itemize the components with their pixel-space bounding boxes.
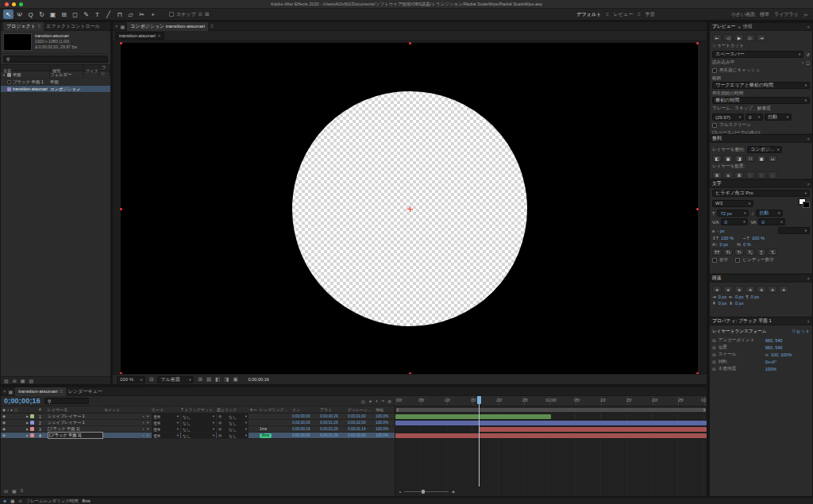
stopwatch-icon[interactable]: ⊙: [712, 367, 716, 371]
align-target-select[interactable]: コンポジ... ▾: [747, 146, 782, 153]
out-value[interactable]: 0;00;01;29: [320, 433, 347, 437]
camera-view-icon[interactable]: ▣: [233, 376, 237, 383]
track-row-4[interactable]: [395, 433, 707, 439]
region-of-interest-icon[interactable]: ◧: [215, 376, 220, 383]
expand-layer-switches-icon[interactable]: ⊟: [4, 488, 8, 494]
ligatures-checkbox[interactable]: [712, 258, 717, 263]
vertical-scale-value[interactable]: 100 %: [721, 236, 734, 240]
scale-value[interactable]: 100, 100%: [771, 352, 792, 357]
composition-viewer[interactable]: [113, 41, 707, 374]
in-value[interactable]: 0;00;00;00: [292, 414, 319, 418]
anchor-point-value[interactable]: 960, 540: [765, 338, 783, 343]
align-text-center-button[interactable]: ≡: [723, 286, 733, 293]
layer-chip-0[interactable]: [30, 414, 34, 418]
reset-icon[interactable]: ↺: [806, 52, 810, 57]
close-window-icon[interactable]: [5, 2, 9, 6]
play-button[interactable]: ▶: [734, 34, 744, 41]
strikethrough-toggle[interactable]: T̶: [768, 248, 777, 256]
motion-blur-icon[interactable]: ⊘: [387, 398, 391, 404]
track-bar-3[interactable]: [395, 433, 707, 438]
parent-select[interactable]: ◎なし▾: [217, 414, 249, 419]
duration-value[interactable]: 0;00;02;00: [348, 433, 375, 437]
layer-handle[interactable]: [120, 208, 122, 210]
shape-tool[interactable]: ◻: [70, 10, 80, 19]
puppet-pin-tool[interactable]: +: [148, 10, 158, 19]
horizontal-scale-value[interactable]: 100 %: [752, 236, 765, 240]
hindi-digits-checkbox[interactable]: [735, 258, 740, 263]
eraser-tool[interactable]: ▱: [125, 10, 136, 19]
tab-composition[interactable]: コンポジション transition-atsumari: [127, 22, 208, 31]
all-caps-toggle[interactable]: TT: [712, 248, 722, 256]
layer-chip-2[interactable]: [30, 427, 34, 431]
workspace-tab-review[interactable]: レビュー: [614, 11, 633, 18]
current-timecode[interactable]: 0;00;00;16: [4, 397, 40, 405]
align-top-button[interactable]: ⊓: [746, 155, 755, 162]
orbit-camera-tool[interactable]: ↻: [37, 10, 47, 19]
align-h-center-button[interactable]: ▣: [723, 155, 733, 162]
brush-tool[interactable]: ╱: [103, 10, 114, 19]
viewer-timecode[interactable]: 0;00;00;16: [249, 377, 269, 382]
duration-value[interactable]: 0;00;01;14: [348, 427, 375, 431]
fill-stroke-swatches[interactable]: [799, 198, 810, 208]
snap-checkbox[interactable]: [169, 12, 174, 17]
new-folder-icon[interactable]: ⊞: [13, 378, 17, 383]
settings-icon[interactable]: ⊙: [18, 498, 22, 503]
cti-handle[interactable]: [477, 396, 481, 404]
effects-icon[interactable]: ✦: [146, 427, 149, 431]
parent-select[interactable]: ◎なし▾: [217, 426, 249, 432]
distribute-top-button[interactable]: ≣: [712, 171, 722, 179]
workspace-overflow-icon[interactable]: ≫: [803, 12, 808, 17]
rotation-value[interactable]: 0x+0°: [765, 360, 777, 364]
distribute-right-button[interactable]: ⋮: [768, 171, 777, 179]
effects-icon[interactable]: ✦: [146, 421, 149, 425]
eye-icon[interactable]: ◉: [2, 433, 6, 437]
tab-preview[interactable]: プレビュー: [712, 23, 736, 30]
justify-last-center-button[interactable]: ≡: [757, 286, 766, 293]
distribute-v-center-button[interactable]: ≡: [723, 171, 733, 179]
out-value[interactable]: 0;00;00;29: [320, 414, 347, 418]
font-family-select[interactable]: ヒラギノ角ゴ Pro ▾: [712, 190, 810, 197]
close-viewer-icon[interactable]: ×: [158, 33, 160, 38]
align-text-right-button[interactable]: ≡: [734, 286, 744, 293]
tab-project[interactable]: プロジェクト ≡: [3, 22, 44, 31]
pen-tool[interactable]: ✎: [81, 10, 91, 19]
blend-mode-select[interactable]: 通常▾: [152, 414, 180, 419]
stopwatch-icon[interactable]: ⊙: [712, 352, 716, 357]
duration-value[interactable]: 0;00;02;00: [348, 421, 375, 425]
close-panel-icon[interactable]: ×: [807, 276, 810, 281]
zoom-window-icon[interactable]: [19, 2, 23, 6]
expander-icon[interactable]: ▶: [26, 414, 29, 418]
tab-effect-controls[interactable]: エフェクトコントロール: [46, 23, 99, 30]
tab-paragraph[interactable]: 段落: [712, 275, 722, 282]
timeline-column-headers[interactable]: ◉ ♪ ● ◻ # レイヤー名 コメント モード T トラックマット 親とリンク…: [1, 406, 395, 414]
justify-last-left-button[interactable]: ≡: [746, 286, 755, 293]
snap-option-2-icon[interactable]: ⊞: [205, 11, 209, 17]
zoom-out-mountain-icon[interactable]: ▲: [399, 490, 402, 494]
close-panel-icon[interactable]: ×: [115, 24, 118, 29]
position-value[interactable]: 960, 540: [765, 345, 783, 350]
panel-menu-icon[interactable]: ≡: [738, 25, 741, 29]
hide-shy-layers-icon[interactable]: ◐: [376, 398, 379, 404]
first-line-indent-value[interactable]: 0 px: [751, 294, 760, 299]
space-after-value[interactable]: 0 px: [735, 301, 744, 306]
stopwatch-icon[interactable]: ⊙: [712, 360, 716, 364]
blend-mode-select[interactable]: 通常▾: [152, 433, 180, 438]
home-icon[interactable]: ◈: [3, 498, 6, 503]
duration-value[interactable]: 0;00;01;00: [348, 414, 375, 418]
baseline-shift-value[interactable]: 0 px: [720, 242, 729, 247]
comp-mini-flowchart-icon[interactable]: ◎: [361, 398, 365, 404]
channel-icon[interactable]: ◨: [224, 376, 229, 383]
close-panel-icon[interactable]: ×: [807, 182, 810, 187]
range-select[interactable]: ワークエリアと最初の時間 ▾: [712, 82, 810, 89]
layer-handle[interactable]: [696, 42, 699, 44]
project-search-input[interactable]: ⚲: [3, 56, 108, 63]
snap-option-1-icon[interactable]: ⊙: [198, 11, 202, 17]
track-bar-1[interactable]: [395, 421, 707, 425]
quality-icon[interactable]: ◐: [143, 433, 145, 437]
blend-mode-select[interactable]: 通常▾: [152, 420, 180, 425]
tsume-value[interactable]: 0 %: [743, 242, 751, 247]
resolution-select[interactable]: フル画質 ▾: [157, 376, 194, 383]
play-from-select[interactable]: 最初の時間 ▾: [712, 97, 810, 104]
justify-all-button[interactable]: ≡: [779, 286, 788, 293]
quality-icon[interactable]: ◐: [143, 414, 145, 418]
